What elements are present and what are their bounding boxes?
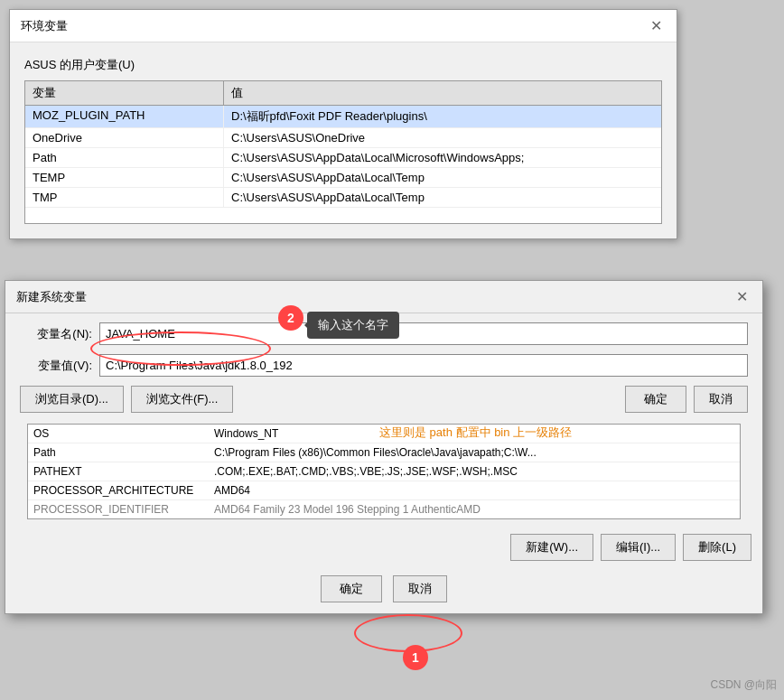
edit-var-button[interactable]: 编辑(I)...: [601, 534, 676, 561]
orange-annotation-text: 这里则是 path 配置中 bin 上一级路径: [379, 425, 572, 441]
sys-table-cell-var: PROCESSOR_IDENTIFIER: [28, 500, 209, 518]
env-variables-dialog: 环境变量 ✕ ASUS 的用户变量(U) 变量 值 MOZ_PLUGIN_PAT…: [9, 9, 677, 239]
new-var-button[interactable]: 新建(W)...: [510, 534, 593, 561]
annotation-oval-java-home: [90, 331, 271, 366]
bottom-confirm-cancel-row: 确定 取消: [5, 568, 762, 613]
user-vars-table: 变量 值 MOZ_PLUGIN_PATH D:\福昕pfd\Foxit PDF …: [24, 80, 662, 224]
sys-table-row[interactable]: PATHEXT .COM;.EXE;.BAT;.CMD;.VBS;.VBE;.J…: [28, 462, 740, 481]
sys-table-row[interactable]: PROCESSOR_ARCHITECTURE AMD64: [28, 481, 740, 500]
bottom-ok-button[interactable]: 确定: [321, 575, 382, 602]
user-vars-table-scroll[interactable]: MOZ_PLUGIN_PATH D:\福昕pfd\Foxit PDF Reade…: [25, 106, 661, 223]
tooltip-box: 输入这个名字: [307, 312, 399, 339]
table-row[interactable]: TEMP C:\Users\ASUS\AppData\Local\Temp: [25, 168, 661, 188]
var-name-label: 变量名(N):: [20, 326, 92, 342]
table-row[interactable]: OneDrive C:\Users\ASUS\OneDrive: [25, 128, 661, 148]
table-cell-val: C:\Users\ASUS\AppData\Local\Temp: [224, 188, 661, 207]
table-row[interactable]: MOZ_PLUGIN_PATH D:\福昕pfd\Foxit PDF Reade…: [25, 106, 661, 128]
env-dialog-title: 环境变量: [21, 18, 68, 34]
user-vars-col-var: 变量: [25, 81, 224, 105]
bottom-cancel-button[interactable]: 取消: [393, 575, 447, 602]
sys-table-cell-var: OS: [28, 425, 209, 443]
browse-dir-button[interactable]: 浏览目录(D)...: [20, 386, 124, 413]
ok-button[interactable]: 确定: [625, 386, 686, 413]
env-dialog-close-button[interactable]: ✕: [647, 17, 666, 34]
table-cell-val: D:\福昕pfd\Foxit PDF Reader\plugins\: [224, 106, 661, 127]
user-vars-col-val: 值: [224, 81, 661, 105]
sys-table-cell-val: .COM;.EXE;.BAT;.CMD;.VBS;.VBE;.JS;.JSE;.…: [209, 462, 740, 481]
sys-table-cell-var: PROCESSOR_ARCHITECTURE: [28, 481, 209, 499]
table-cell-var: TEMP: [25, 168, 224, 187]
new-var-dialog-titlebar: 新建系统变量 ✕: [5, 281, 762, 313]
sys-table-row[interactable]: Path C:\Program Files (x86)\Common Files…: [28, 443, 740, 462]
browse-file-button[interactable]: 浏览文件(F)...: [131, 386, 233, 413]
user-vars-section-title: ASUS 的用户变量(U): [24, 57, 662, 73]
new-var-dialog-title: 新建系统变量: [16, 289, 87, 305]
sys-table-cell-var: Path: [28, 443, 209, 462]
env-dialog-body: ASUS 的用户变量(U) 变量 值 MOZ_PLUGIN_PATH D:\福昕…: [10, 42, 677, 238]
table-cell-val: C:\Users\ASUS\AppData\Local\Microsoft\Wi…: [224, 148, 661, 167]
sys-table-cell-val: AMD64: [209, 481, 740, 499]
table-cell-val: C:\Users\ASUS\OneDrive: [224, 128, 661, 147]
delete-var-button[interactable]: 删除(L): [683, 534, 751, 561]
confirm-cancel-group: 确定 取消: [625, 386, 748, 413]
csdn-watermark: CSDN @向阳: [710, 677, 777, 693]
var-value-label: 变量值(V):: [20, 358, 92, 374]
table-cell-val: C:\Users\ASUS\AppData\Local\Temp: [224, 168, 661, 187]
table-cell-var: Path: [25, 148, 224, 167]
annotation-circle-1: 1: [403, 645, 428, 670]
table-cell-var: TMP: [25, 188, 224, 207]
env-dialog-titlebar: 环境变量 ✕: [10, 10, 677, 42]
sys-table-row[interactable]: PROCESSOR_IDENTIFIER AMD64 Family 23 Mod…: [28, 500, 740, 518]
new-var-btn-row: 浏览目录(D)... 浏览文件(F)... 确定 取消: [20, 386, 748, 413]
sys-action-btn-row: 新建(W)... 编辑(I)... 删除(L): [5, 527, 762, 568]
user-vars-table-header: 变量 值: [25, 81, 661, 106]
annotation-circle-2: 2: [278, 305, 303, 331]
new-var-dialog-close-button[interactable]: ✕: [733, 288, 751, 305]
cancel-button[interactable]: 取消: [694, 386, 748, 413]
table-cell-var: OneDrive: [25, 128, 224, 147]
table-cell-var: MOZ_PLUGIN_PATH: [25, 106, 224, 127]
sys-table-cell-val: AMD64 Family 23 Model 196 Stepping 1 Aut…: [209, 500, 740, 518]
table-row[interactable]: TMP C:\Users\ASUS\AppData\Local\Temp: [25, 188, 661, 208]
table-row[interactable]: Path C:\Users\ASUS\AppData\Local\Microso…: [25, 148, 661, 168]
sys-table-cell-val: C:\Program Files (x86)\Common Files\Orac…: [209, 443, 740, 462]
sys-table-cell-var: PATHEXT: [28, 462, 209, 481]
